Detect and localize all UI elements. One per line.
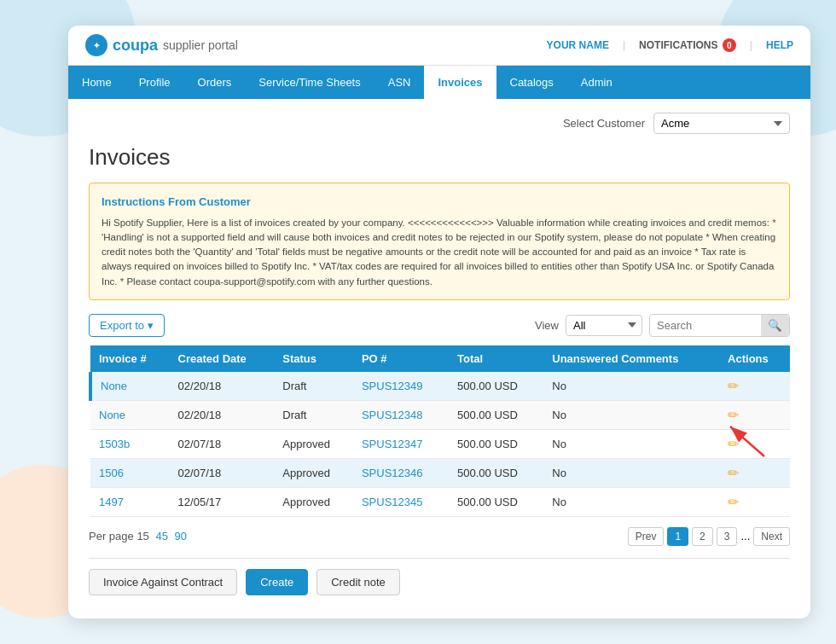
nav-service-time-sheets[interactable]: Service/Time Sheets xyxy=(245,66,374,99)
table-header-row: Invoice # Created Date Status PO # Total… xyxy=(90,345,790,372)
header: ✦ coupa supplier portal YOUR NAME | NOTI… xyxy=(68,26,810,66)
export-button[interactable]: Export to ▾ xyxy=(89,314,165,337)
logo-icon: ✦ xyxy=(85,34,107,56)
create-button[interactable]: Create xyxy=(246,569,308,595)
table-row: 1506 02/07/18 Approved SPUS12346 500.00 … xyxy=(90,458,790,487)
po-link[interactable]: SPUS12349 xyxy=(362,380,423,392)
invoice-link[interactable]: None xyxy=(101,380,127,392)
search-input[interactable] xyxy=(650,316,761,335)
invoice-link[interactable]: 1503b xyxy=(99,438,130,450)
cell-actions: ✏ xyxy=(719,372,790,401)
logo: ✦ coupa supplier portal xyxy=(85,34,238,56)
cell-invoice: 1503b xyxy=(90,429,170,458)
edit-icon[interactable]: ✏ xyxy=(728,466,739,480)
cell-total: 500.00 USD xyxy=(449,372,543,401)
instructions-title: Instructions From Customer xyxy=(102,194,777,211)
page-3-button[interactable]: 3 xyxy=(717,527,738,546)
nav-profile[interactable]: Profile xyxy=(125,66,184,99)
cell-po: SPUS12345 xyxy=(353,487,449,516)
edit-icon[interactable]: ✏ xyxy=(728,379,739,393)
header-right: YOUR NAME | NOTIFICATIONS 0 | HELP xyxy=(547,38,793,52)
cell-actions: ✏ xyxy=(719,429,790,458)
search-button[interactable]: 🔍 xyxy=(761,315,789,336)
cell-status: Approved xyxy=(274,458,353,487)
cell-date: 02/07/18 xyxy=(170,458,275,487)
pagination-ellipsis: ... xyxy=(740,530,750,542)
page-2-button[interactable]: 2 xyxy=(692,527,713,546)
prev-button[interactable]: Prev xyxy=(628,527,665,546)
notifications-label: NOTIFICATIONS 0 xyxy=(639,38,736,52)
cell-po: SPUS12348 xyxy=(353,400,449,429)
table-row: 1497 12/05/17 Approved SPUS12345 500.00 … xyxy=(90,487,790,516)
per-page-45[interactable]: 45 xyxy=(155,530,167,542)
instructions-text: Hi Spotify Supplier, Here is a list of i… xyxy=(102,216,777,289)
invoice-against-contract-button[interactable]: Invoice Against Contract xyxy=(89,569,237,595)
cell-po: SPUS12346 xyxy=(353,458,449,487)
per-page-90[interactable]: 90 xyxy=(175,530,187,542)
invoice-link[interactable]: 1497 xyxy=(99,496,124,508)
user-name[interactable]: YOUR NAME xyxy=(547,39,609,51)
col-actions: Actions xyxy=(719,345,790,372)
cell-invoice: None xyxy=(90,400,170,429)
customer-select-dropdown[interactable]: Acme Other xyxy=(653,113,790,134)
po-link[interactable]: SPUS12348 xyxy=(362,409,423,421)
nav-admin[interactable]: Admin xyxy=(567,66,626,99)
page-1-button[interactable]: 1 xyxy=(667,527,688,546)
invoice-link[interactable]: None xyxy=(99,409,125,421)
cell-date: 02/20/18 xyxy=(170,400,275,429)
view-label: View xyxy=(535,319,559,332)
separator-1: | xyxy=(623,39,625,51)
edit-icon[interactable]: ✏ xyxy=(728,437,739,451)
customer-select-row: Select Customer Acme Other xyxy=(89,113,790,134)
col-invoice: Invoice # xyxy=(90,345,170,372)
pager: Prev 1 2 3 ... Next xyxy=(628,527,790,546)
cell-po: SPUS12349 xyxy=(353,372,449,401)
export-chevron-icon: ▾ xyxy=(148,319,154,332)
search-icon: 🔍 xyxy=(768,319,782,332)
nav-invoices[interactable]: Invoices xyxy=(424,66,496,99)
invoice-link[interactable]: 1506 xyxy=(99,467,124,479)
next-button[interactable]: Next xyxy=(753,527,790,546)
cell-status: Approved xyxy=(274,429,353,458)
nav-orders[interactable]: Orders xyxy=(184,66,246,99)
credit-note-button[interactable]: Credit note xyxy=(316,569,400,595)
help-link[interactable]: HELP xyxy=(766,39,793,51)
edit-icon[interactable]: ✏ xyxy=(728,408,739,422)
logo-coupa-text: coupa xyxy=(113,37,158,55)
nav-home[interactable]: Home xyxy=(68,66,125,99)
content-area: Select Customer Acme Other Invoices Inst… xyxy=(68,99,810,618)
cell-date: 12/05/17 xyxy=(170,487,275,516)
per-page-label: Per page xyxy=(89,530,134,542)
cell-actions: ✏ xyxy=(719,487,790,516)
col-comments: Unanswered Comments xyxy=(543,345,719,372)
cell-po: SPUS12347 xyxy=(353,429,449,458)
table-row: None 02/20/18 Draft SPUS12348 500.00 USD… xyxy=(90,400,790,429)
table-row: None 02/20/18 Draft SPUS12349 500.00 USD… xyxy=(90,372,790,401)
nav-catalogs[interactable]: Catalogs xyxy=(496,66,567,99)
invoice-table: Invoice # Created Date Status PO # Total… xyxy=(89,345,790,517)
view-row: View All Draft Approved Pending 🔍 xyxy=(535,314,790,337)
cell-invoice: 1497 xyxy=(90,487,170,516)
po-link[interactable]: SPUS12345 xyxy=(362,496,423,508)
po-link[interactable]: SPUS12347 xyxy=(362,438,423,450)
per-page-current: 15 xyxy=(136,530,152,542)
col-status: Status xyxy=(274,345,353,372)
instructions-box: Instructions From Customer Hi Spotify Su… xyxy=(89,183,790,300)
page-title: Invoices xyxy=(89,144,790,171)
cell-comments: No xyxy=(543,372,719,401)
logo-subtitle: supplier portal xyxy=(163,38,238,52)
export-label: Export to xyxy=(100,319,144,332)
col-total: Total xyxy=(449,345,543,372)
cell-invoice: None xyxy=(90,372,170,401)
edit-icon[interactable]: ✏ xyxy=(728,495,739,509)
cell-status: Draft xyxy=(274,400,353,429)
cell-status: Draft xyxy=(274,372,353,401)
col-created-date: Created Date xyxy=(170,345,275,372)
nav-asn[interactable]: ASN xyxy=(374,66,425,99)
po-link[interactable]: SPUS12346 xyxy=(362,467,423,479)
per-page: Per page 15 45 90 xyxy=(89,530,187,542)
navigation: Home Profile Orders Service/Time Sheets … xyxy=(68,66,810,99)
col-po: PO # xyxy=(353,345,449,372)
search-box: 🔍 xyxy=(649,314,790,337)
view-select[interactable]: All Draft Approved Pending xyxy=(566,315,642,336)
